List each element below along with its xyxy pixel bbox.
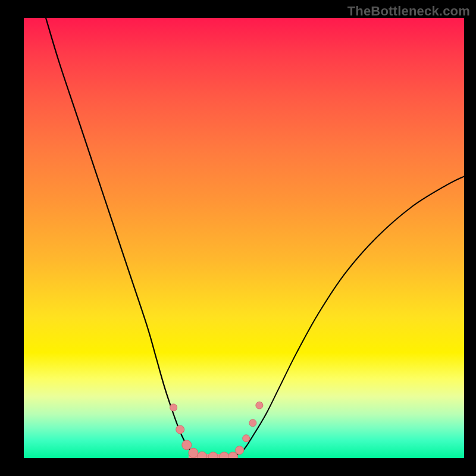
marker-point xyxy=(198,452,207,458)
plot-area xyxy=(24,18,464,458)
marker-group xyxy=(170,402,263,458)
marker-point xyxy=(236,446,244,455)
chart-svg xyxy=(24,18,464,458)
marker-point xyxy=(176,425,184,434)
curve-left-branch xyxy=(46,18,200,456)
curve-right-branch xyxy=(235,176,464,456)
marker-point xyxy=(249,419,256,427)
watermark-text: TheBottleneck.com xyxy=(347,4,470,19)
marker-point xyxy=(243,435,250,442)
marker-point xyxy=(189,448,198,458)
chart-frame: TheBottleneck.com xyxy=(0,0,476,476)
marker-point xyxy=(256,402,263,409)
marker-point xyxy=(220,452,229,458)
marker-point xyxy=(170,404,177,411)
marker-point xyxy=(182,440,192,450)
marker-point xyxy=(208,452,218,458)
